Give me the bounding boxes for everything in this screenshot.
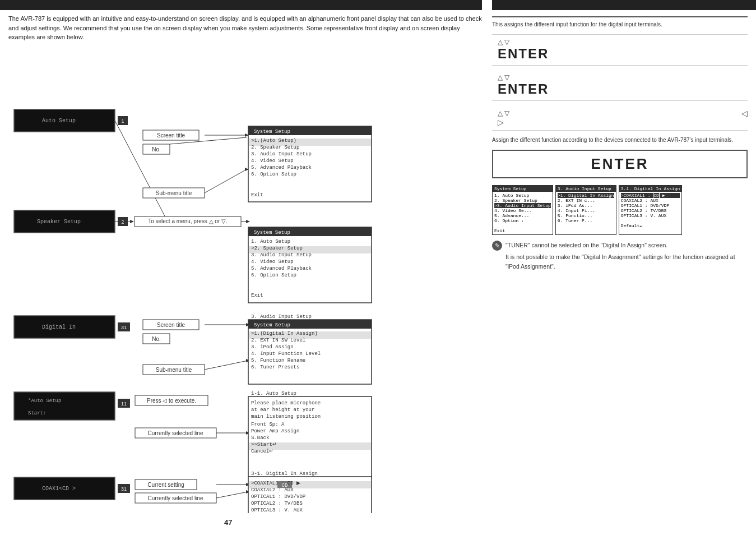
enter-label-1: ENTER [498,46,748,62]
svg-text:1. Auto Setup: 1. Auto Setup [251,239,290,245]
intro-text: The AVR-787 is equipped with an intuitiv… [8,14,482,42]
svg-text:OPTICAL3 : V. AUX: OPTICAL3 : V. AUX [251,508,303,513]
svg-text:Start↑: Start↑ [28,411,46,416]
svg-text:4. Input Function Level: 4. Input Function Level [251,351,321,357]
nav-arrows-1: △ ▽ [498,38,748,46]
svg-text:Auto Setup: Auto Setup [42,118,76,124]
svg-text:Exit: Exit [251,192,263,198]
svg-text:Speaker Setup: Speaker Setup [37,219,81,225]
left-panel: The AVR-787 is equipped with an intuitiv… [8,14,482,524]
svg-text:Front Sp:  A: Front Sp: A [251,422,285,427]
svg-text:OPTICAL1 : DVD/VDP: OPTICAL1 : DVD/VDP [251,494,305,500]
highlight-5 [249,481,371,488]
enter-section-big: ENTER [492,150,748,178]
nav-arrows-3: △ ▽ [498,109,509,117]
nested-screen-title: System Setup [493,186,553,192]
svg-text:Sub-menu title: Sub-menu title [156,367,192,373]
svg-text:Screen title: Screen title [157,132,185,139]
svg-text:1-1. Auto Setup: 1-1. Auto Setup [251,391,296,396]
svg-text:Please place microphone: Please place microphone [251,400,321,406]
nested-screen-sub1: 3. Audio Input Setup >1. Digital In Assi… [555,185,616,235]
svg-text:4. Video Setup: 4. Video Setup [251,259,294,265]
left-diagram: 1 Auto Setup Screen title No. Sub-menu t… [8,53,474,513]
svg-text:Press ◁ to execute.: Press ◁ to execute. [147,398,196,404]
nested-screen-main: System Setup 1. Auto Setup 2. Speaker Se… [492,185,553,235]
svg-text:No.: No. [152,146,161,153]
nested-screens-container: System Setup 1. Auto Setup 2. Speaker Se… [492,185,748,235]
svg-text:3. iPod Assign: 3. iPod Assign [251,344,294,350]
note-2: It is not possible to make the "Digital … [505,252,748,271]
svg-text:Digital In: Digital In [42,324,76,330]
nested-sub2-lines: >COAXIAL1 : CD ▶ COAXIAL2 : AUX OPTICAL1… [619,192,682,229]
enter-section-2: △ ▽ ENTER [492,70,748,101]
svg-text:Currently selected line: Currently selected line [148,430,203,436]
svg-text:Sub-menu title: Sub-menu title [156,190,192,196]
page-number: 47 [224,518,232,527]
nested-screen-lines: 1. Auto Setup 2. Speaker Setup >3. Audio… [493,192,553,234]
arrow-submenu-3 [205,361,248,370]
svg-text:3-1. Digital In Assign: 3-1. Digital In Assign [251,471,318,477]
svg-text:5. Advanced Playback: 5. Advanced Playback [251,266,312,271]
nested-sub1-lines: >1. Digital In Assign 2. EXT IN c... 3. … [556,192,616,224]
highlight-4 [249,442,371,450]
svg-text:CD: CD [282,483,288,488]
svg-text:6. Option Setup: 6. Option Setup [251,273,296,278]
note-icon: ✎ [492,241,502,251]
svg-text:at ear height at your: at ear height at your [251,407,314,413]
svg-text:System Setup: System Setup [254,230,290,236]
svg-text:S.Back: S.Back [251,435,269,441]
svg-text:COAX1<CD  >: COAX1<CD > [42,486,76,492]
svg-text:No.: No. [152,336,161,342]
svg-text:5. Function Rename: 5. Function Rename [251,358,305,363]
svg-text:System Setup: System Setup [254,322,290,328]
svg-text:Current setting: Current setting [147,482,184,488]
top-bar-right [492,0,756,10]
arrow-submenu-1 [205,169,247,193]
svg-text:main listening position: main listening position [251,414,321,419]
enter-section-3: △ ▽ ◁ ▷ [492,105,748,131]
notes-section: ✎ "TUNER" cannot be selected on the "Dig… [492,241,748,271]
nested-sub2-title: 3-1. Digital In Assign [619,186,682,192]
arrow-selected-5 [216,492,248,498]
highlight-3 [249,331,371,339]
notes-list: "TUNER" cannot be selected on the "Digit… [505,241,748,271]
svg-text:31: 31 [121,486,127,492]
svg-text:OPTICAL2 : TV/DBS: OPTICAL2 : TV/DBS [251,501,303,506]
svg-text:3. Audio Input Setup: 3. Audio Input Setup [251,314,312,320]
svg-text:Exit: Exit [251,293,263,298]
right-desc-1: This assigns the different input functio… [492,16,748,29]
svg-text:11: 11 [121,401,127,407]
svg-text:To select a menu, press △ or ▽: To select a menu, press △ or ▽. [148,218,228,224]
right-arrow-3: ◁ [741,109,748,118]
svg-text:*Auto Setup: *Auto Setup [28,398,61,404]
arrow-head-2 [130,220,134,223]
svg-text:Screen title: Screen title [157,322,185,328]
highlight-1 [249,139,371,146]
svg-text:3. Audio Input Setup: 3. Audio Input Setup [251,151,312,157]
svg-text:System Setup: System Setup [254,129,290,135]
svg-text:31: 31 [121,325,127,330]
svg-text:4. Video Setup: 4. Video Setup [251,158,294,164]
enter-label-big: ENTER [493,155,746,173]
svg-text:2: 2 [121,219,124,225]
highlight-2 [249,246,371,253]
nested-sub1-title: 3. Audio Input Setup [556,186,616,192]
svg-text:6. Option Setup: 6. Option Setup [251,172,296,177]
note-1: "TUNER" cannot be selected on the "Digit… [505,241,748,250]
svg-text:Power Amp Assign: Power Amp Assign [251,428,299,434]
right-panel: This assigns the different input functio… [492,14,748,524]
svg-text:5. Advanced Playback: 5. Advanced Playback [251,165,312,170]
right-desc-2: Assign the different function according … [492,136,748,144]
down-arrow-3: ▷ [498,118,748,127]
top-bar-left [0,0,482,10]
enter-label-2: ENTER [498,81,748,97]
svg-text:Currently selected line: Currently selected line [148,495,203,501]
svg-text:1: 1 [121,118,124,124]
enter-section-1: △ ▽ ENTER [492,34,748,66]
nav-arrows-2: △ ▽ [498,73,748,81]
nested-screen-sub2: 3-1. Digital In Assign >COAXIAL1 : CD ▶ … [619,185,683,235]
svg-text:6. Tuner Presets: 6. Tuner Presets [251,365,299,370]
arrow-head-2b [246,220,250,223]
